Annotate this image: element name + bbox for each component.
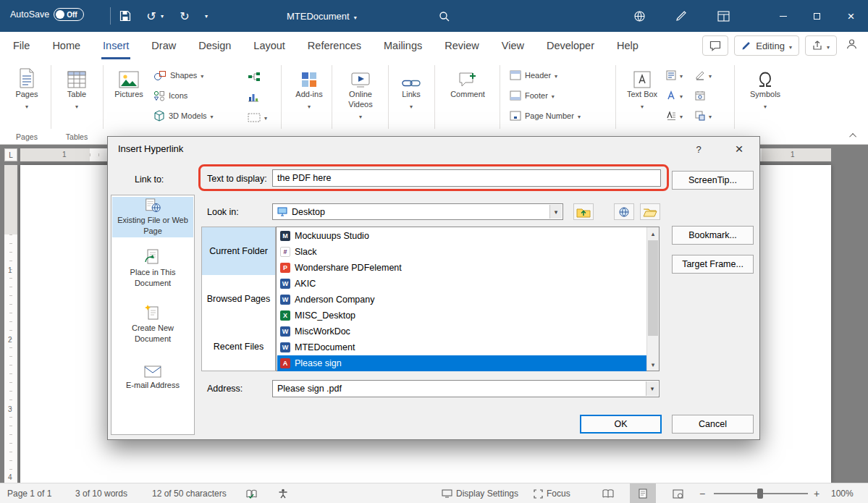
comment-button[interactable]: Comment [443, 64, 492, 100]
network-globe-button[interactable] [628, 0, 650, 32]
table-button[interactable]: Table [56, 64, 97, 111]
dialog-help-button[interactable]: ? [690, 141, 707, 157]
pages-button[interactable]: Pages [7, 64, 46, 111]
maximize-button[interactable] [800, 0, 834, 32]
footer-button[interactable]: Footer [510, 87, 555, 104]
undo-dropdown-icon[interactable] [158, 0, 167, 32]
file-list-item[interactable]: MTEDocument [277, 339, 646, 355]
tab-design[interactable]: Design [198, 32, 231, 59]
tab-developer[interactable]: Developer [547, 32, 594, 59]
look-in-dropdown-arrow-icon[interactable] [549, 205, 562, 219]
add-ins-button[interactable]: Add-ins [290, 64, 329, 111]
link-to-email-address[interactable]: E-mail Address [112, 358, 193, 398]
ribbon-display-options-button[interactable] [712, 0, 734, 32]
tab-view[interactable]: View [502, 32, 524, 59]
file-list-item[interactable]: AKIC [277, 276, 646, 292]
current-folder-tab[interactable]: Current Folder [202, 227, 275, 275]
tab-draw[interactable]: Draw [151, 32, 176, 59]
display-settings-button[interactable]: Display Settings [442, 483, 518, 503]
screentip-button[interactable]: ScreenTip... [672, 171, 754, 190]
address-dropdown-arrow-icon[interactable] [646, 381, 658, 396]
comments-button[interactable] [702, 35, 728, 56]
tab-help[interactable]: Help [617, 32, 639, 59]
tab-selector[interactable] [4, 148, 17, 161]
read-mode-button[interactable] [595, 483, 621, 503]
focus-mode-button[interactable]: Focus [534, 483, 570, 503]
print-layout-button[interactable] [630, 483, 656, 503]
shapes-button[interactable]: Shapes [153, 67, 203, 84]
character-count[interactable]: 12 of 50 characters [152, 483, 227, 503]
file-list-item[interactable]: MISC_Desktop [277, 308, 646, 324]
web-layout-button[interactable] [665, 483, 691, 503]
recent-files-tab[interactable]: Recent Files [202, 323, 275, 371]
zoom-slider[interactable] [714, 483, 808, 503]
search-button[interactable] [433, 0, 455, 32]
redo-button[interactable] [174, 0, 195, 32]
cancel-button[interactable]: Cancel [672, 415, 754, 434]
zoom-in-button[interactable]: + [814, 483, 819, 503]
scroll-up-icon[interactable] [647, 227, 659, 240]
save-button[interactable] [114, 0, 136, 32]
quick-parts-button[interactable] [666, 67, 688, 84]
share-button[interactable] [805, 35, 837, 56]
drop-cap-button[interactable] [666, 107, 688, 124]
address-dropdown[interactable]: Please sign .pdf [272, 380, 660, 397]
close-window-button[interactable] [834, 0, 868, 32]
online-videos-button[interactable]: Online Videos [339, 64, 382, 121]
autosave-switch-icon[interactable]: Off [54, 8, 84, 21]
scroll-down-icon[interactable] [647, 358, 659, 371]
page-number-button[interactable]: Page Number [510, 107, 581, 124]
file-list-item[interactable]: Slack [277, 244, 646, 260]
links-button[interactable]: Links [394, 64, 429, 111]
signature-line-button[interactable] [695, 67, 717, 84]
file-list-item[interactable]: MiscWorkDoc [277, 324, 646, 339]
tab-file[interactable]: File [13, 32, 30, 59]
wordart-button[interactable] [666, 87, 688, 104]
file-list-item-selected[interactable]: Please sign [277, 355, 646, 371]
browse-file-button[interactable] [640, 203, 660, 220]
vertical-ruler[interactable]: 1 2 3 4 [4, 165, 17, 483]
3d-models-button[interactable]: 3D Models [153, 107, 214, 124]
accessibility-button[interactable] [278, 483, 288, 503]
tab-review[interactable]: Review [444, 32, 479, 59]
date-time-button[interactable] [695, 87, 717, 104]
tab-layout[interactable]: Layout [253, 32, 285, 59]
symbols-button[interactable]: Symbols [744, 64, 786, 111]
customize-toolbar-icon[interactable] [201, 0, 211, 32]
text-box-button[interactable]: Text Box [624, 64, 660, 111]
zoom-level-button[interactable]: 100% [831, 483, 854, 503]
scrollbar-thumb[interactable] [648, 240, 658, 336]
document-title[interactable]: MTEDocument [287, 0, 357, 32]
file-list-item[interactable]: Wondershare PDFelement [277, 260, 646, 276]
smartart-button[interactable] [248, 68, 265, 85]
icons-button[interactable]: Icons [153, 87, 187, 104]
file-list-item[interactable]: Mockuuups Studio [277, 228, 646, 244]
object-button[interactable] [695, 107, 717, 124]
screenshot-button[interactable] [248, 109, 272, 126]
editing-mode-button[interactable]: Editing [734, 35, 799, 56]
dialog-close-button[interactable] [726, 140, 752, 158]
browse-web-button[interactable] [614, 203, 634, 220]
inking-button[interactable] [670, 0, 692, 32]
chart-button[interactable] [248, 88, 265, 106]
tab-references[interactable]: References [308, 32, 361, 59]
minimize-button[interactable] [766, 0, 800, 32]
zoom-slider-thumb[interactable] [757, 489, 763, 499]
link-to-existing-file[interactable]: Existing File or Web Page [112, 197, 193, 237]
look-in-dropdown[interactable]: Desktop [272, 203, 563, 220]
bookmark-button[interactable]: Bookmark... [672, 226, 754, 245]
pictures-button[interactable]: Pictures [109, 64, 149, 100]
tab-insert[interactable]: Insert [103, 32, 129, 59]
up-one-folder-button[interactable] [573, 203, 594, 220]
file-list-scrollbar[interactable] [646, 227, 659, 371]
ok-button[interactable]: OK [580, 415, 662, 434]
text-to-display-input[interactable]: the PDF here [272, 169, 661, 187]
zoom-out-button[interactable]: − [699, 483, 705, 503]
page-indicator[interactable]: Page 1 of 1 [7, 483, 51, 503]
collapse-ribbon-button[interactable] [847, 130, 860, 140]
autosave-toggle[interactable]: AutoSave Off [10, 8, 84, 21]
people-button[interactable] [843, 38, 861, 53]
link-to-create-new-document[interactable]: Create New Document [112, 301, 193, 347]
proofing-status-button[interactable] [246, 483, 257, 503]
file-list-item[interactable]: Anderson Company [277, 292, 646, 308]
